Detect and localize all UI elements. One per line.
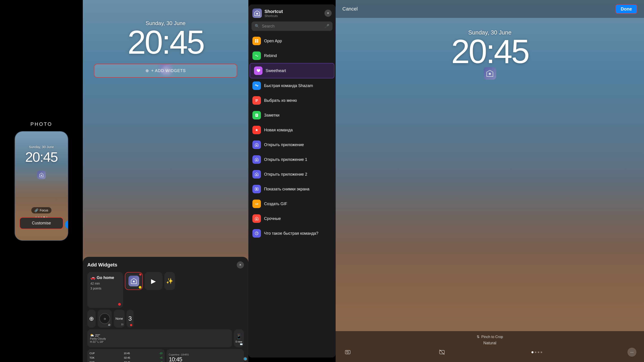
go-home-title: 🚗 Go home	[90, 275, 120, 280]
right-shortcuts-svg	[486, 70, 494, 77]
syd-time: 03:45	[124, 360, 130, 362]
done-button[interactable]: Done	[615, 4, 637, 14]
focus-pill: 🔗 Focus	[31, 207, 51, 214]
svg-text:?: ?	[256, 232, 258, 235]
svg-rect-5	[257, 40, 258, 41]
add-widget[interactable]: ⊕	[87, 310, 96, 328]
shortcuts-icon-svg	[39, 172, 44, 178]
shortcut-item-new[interactable]: Новая команда	[248, 122, 336, 137]
sweetheart-svg	[256, 68, 260, 73]
svg-point-0	[41, 175, 42, 176]
shortcut-app-name: Shortcut	[264, 9, 283, 14]
add-widgets-label: + ADD WIDGETS	[151, 68, 186, 73]
open-app-link-icon	[252, 140, 261, 149]
shortcut-item-shazam[interactable]: Быстрая команда Shazam	[248, 78, 336, 93]
cup-diff: -10	[159, 351, 162, 356]
shortcut-item-open-app-2[interactable]: Открыть приложение 2	[248, 167, 336, 182]
open-app-svg	[254, 39, 259, 43]
nav-dot-3	[538, 352, 539, 353]
star-widget[interactable]: ✨	[164, 272, 175, 290]
nav-dot-1	[532, 351, 534, 353]
shortcut-item-sweetheart[interactable]: Sweetheart	[250, 63, 334, 78]
cancel-button[interactable]: Cancel	[342, 6, 358, 12]
shortcuts-icon-container	[15, 171, 68, 179]
shazam-svg	[254, 84, 259, 88]
open-app-1-label: Открыть приложение 1	[264, 157, 307, 162]
open-app-2-svg	[254, 172, 259, 176]
svg-rect-24	[345, 350, 350, 354]
open-app-1-icon	[252, 155, 261, 164]
focus-pill-container: 🔗 Focus	[15, 207, 68, 214]
pinch-to-crop-text: ⇅ Pinch to Crop	[341, 335, 639, 339]
count-value: 3	[128, 315, 132, 322]
shortcuts-close-button[interactable]: ×	[324, 10, 332, 17]
cupertino-badge: 🌐	[244, 357, 247, 361]
search-icon: 🔍	[255, 24, 260, 29]
search-input[interactable]	[262, 24, 322, 29]
shortcut-item-open-app-link[interactable]: Открыть приложение	[248, 137, 336, 152]
cupertino-time: 10:45	[169, 356, 242, 362]
weather-widget[interactable]: ⛅ 22° Partly Cloudy H:31° L:18° 📷	[87, 329, 232, 347]
shortcuts-app-icon	[252, 8, 262, 18]
count-widget[interactable]: 3	[126, 310, 134, 328]
shortcut-item-what[interactable]: ? Что такое быстрая команда?	[248, 226, 336, 241]
notes-svg	[254, 113, 259, 118]
mic-icon[interactable]: 🎤	[324, 24, 330, 29]
go-home-widget[interactable]: 🚗 Go home 42 min 3 points	[87, 272, 123, 308]
more-button[interactable]: ···	[628, 348, 636, 357]
shortcut-item-open-app[interactable]: Open App	[248, 34, 336, 48]
panel-close-button[interactable]: ×	[237, 261, 244, 268]
screenshots-svg	[254, 187, 259, 191]
world-clock-widget[interactable]: CUP 10:45 -10 TOK 02:45 +6 SYD 03:45 +7	[87, 349, 165, 362]
shortcut-item-screenshots[interactable]: Показать снимки экрана	[248, 182, 336, 196]
shortcut-item-urgent[interactable]: Срочные	[248, 211, 336, 226]
phone-battery-widget[interactable]: 📱 0 new ✉️	[234, 329, 244, 347]
focus-label: Focus	[40, 208, 48, 212]
widgets-row-3: ⛅ 22° Partly Cloudy H:31° L:18° 📷 📱 0 ne…	[87, 329, 244, 347]
cup-clock-widget[interactable]: ◷ ☕	[98, 310, 112, 328]
svg-point-25	[347, 351, 349, 353]
weather-condition: ⛅ 22°	[90, 333, 229, 337]
urgent-label: Срочные	[264, 216, 281, 221]
small-phone-date: Sunday, 30 June	[15, 145, 68, 149]
nav-dot-4	[540, 352, 542, 353]
customise-button[interactable]: Customise	[20, 217, 63, 229]
pinch-icon: ⇅	[476, 335, 480, 339]
shortcuts-widget-highlighted[interactable]	[125, 272, 143, 290]
open-app-icon	[252, 37, 261, 45]
svg-point-16	[256, 174, 257, 176]
add-widgets-bar[interactable]: ⊕ + ADD WIDGETS	[94, 64, 237, 78]
svg-point-14	[256, 145, 257, 146]
shortcut-item-rebind[interactable]: Rebind	[248, 48, 336, 63]
natural-label: Natural	[341, 341, 639, 346]
small-phone-frame: Sunday, 30 June 20:45 🔗 Focus Customise	[14, 131, 68, 241]
sweetheart-icon	[254, 66, 262, 75]
no-photo-tool-icon[interactable]	[438, 348, 446, 357]
add-circle-icon: ⊕	[89, 315, 94, 322]
go-home-red-badge	[118, 303, 121, 306]
cupertino-clock-widget[interactable]: Cupertino -10HRS 10:45 🌐	[166, 349, 244, 362]
what-icon: ?	[252, 229, 261, 238]
tok-row: TOK 02:45 +6	[90, 356, 162, 360]
cloud-icon: ⛅	[90, 333, 94, 337]
shortcut-item-choose-menu[interactable]: Выбрать из меню	[248, 93, 336, 108]
play-widget[interactable]: ▶	[144, 272, 162, 290]
focus-link-icon: 🔗	[34, 208, 38, 212]
none-widget[interactable]: None 30	[114, 310, 125, 328]
car-icon: 🚗	[90, 275, 95, 280]
shortcut-item-notes[interactable]: Заметки	[248, 108, 336, 122]
rebind-icon	[252, 52, 261, 60]
shortcuts-list: Open App Rebind Sweetheart	[248, 33, 336, 358]
photo-tool-icon[interactable]	[343, 348, 352, 357]
what-svg: ?	[254, 231, 259, 236]
weather-desc: Partly Cloudy	[90, 337, 229, 340]
gif-svg: GIF	[254, 202, 259, 206]
shortcut-item-open-app-1[interactable]: Открыть приложение 1	[248, 152, 336, 167]
rebind-label: Rebind	[264, 54, 277, 58]
choose-menu-label: Выбрать из меню	[264, 98, 297, 103]
panel-title: Add Widgets	[87, 262, 117, 268]
play-icon: ▶	[151, 278, 156, 285]
ellipsis-icon: ···	[630, 350, 634, 354]
shortcut-item-gif[interactable]: GIF Создать GIF	[248, 196, 336, 211]
page-indicator-dots	[532, 351, 542, 353]
